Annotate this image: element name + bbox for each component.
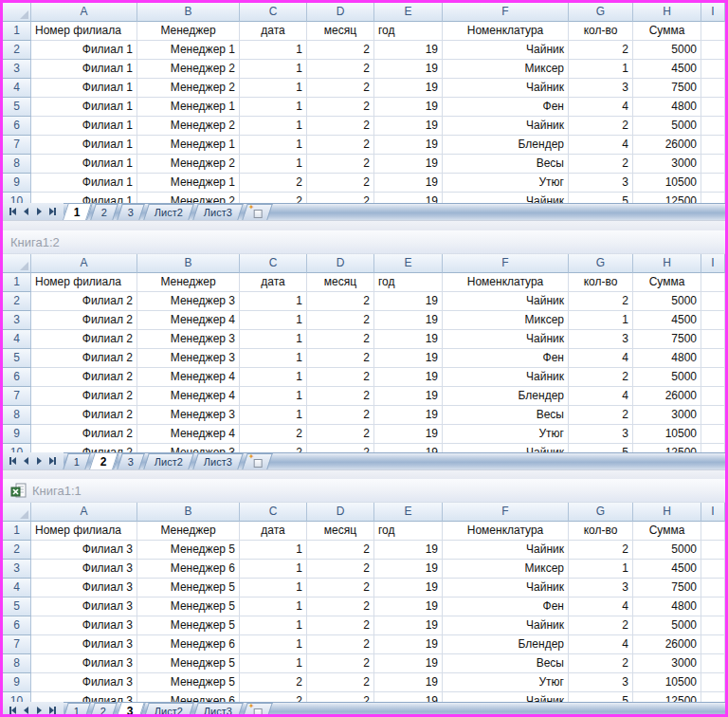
cell[interactable]: Менеджер 4	[137, 387, 240, 406]
cell[interactable]: Филиал 3	[31, 635, 137, 654]
tab-scroll-last-button[interactable]	[46, 205, 59, 218]
cell[interactable]: 2	[307, 598, 374, 616]
column-header-G[interactable]: G	[569, 503, 633, 522]
cell[interactable]: 3	[569, 330, 633, 349]
cell[interactable]: 2	[569, 616, 633, 635]
cell[interactable]: Менеджер 2	[137, 117, 240, 136]
cell[interactable]: Филиал 2	[31, 311, 137, 330]
cell-field-caption[interactable]: дата	[240, 273, 307, 292]
select-all-button[interactable]	[3, 3, 31, 22]
cell[interactable]: 5000	[633, 117, 701, 136]
cell[interactable]: 3000	[633, 406, 701, 425]
column-header-H[interactable]: H	[633, 503, 701, 522]
cell[interactable]: 1	[240, 368, 307, 387]
row-header-10[interactable]: 10	[3, 444, 31, 452]
cell[interactable]: 19	[374, 98, 443, 117]
cell[interactable]: 12500	[633, 692, 701, 702]
cell-empty[interactable]	[701, 406, 725, 425]
row-header-5[interactable]: 5	[3, 98, 31, 117]
cell[interactable]: 4800	[633, 349, 701, 368]
cell[interactable]: 2	[240, 193, 307, 203]
cell[interactable]: 5	[569, 692, 633, 702]
cell[interactable]: 2	[240, 174, 307, 193]
cell[interactable]: Менеджер 6	[137, 635, 240, 654]
cell-empty[interactable]	[701, 311, 725, 330]
cell-field-caption[interactable]: год	[374, 522, 443, 541]
cell-empty[interactable]	[701, 654, 725, 673]
cell-field-caption[interactable]: дата	[240, 522, 307, 541]
cell[interactable]: 2	[307, 79, 374, 98]
cell-empty[interactable]	[701, 560, 725, 579]
cell[interactable]: 1	[240, 635, 307, 654]
cell[interactable]: 2	[307, 560, 374, 579]
row-header-8[interactable]: 8	[3, 406, 31, 425]
cell[interactable]: 2	[240, 692, 307, 702]
tab-scroll-first-button[interactable]	[6, 704, 19, 714]
column-header-G[interactable]: G	[569, 254, 633, 273]
cell[interactable]: Чайник	[443, 444, 569, 452]
row-header-2[interactable]: 2	[3, 41, 31, 60]
cell[interactable]: Менеджер 5	[137, 673, 240, 692]
cell[interactable]: Менеджер 2	[137, 79, 240, 98]
cell-field-caption[interactable]: Номенклатура	[443, 522, 569, 541]
row-header-9[interactable]: 9	[3, 673, 31, 692]
cell-empty[interactable]	[701, 673, 725, 692]
cell[interactable]: 19	[374, 635, 443, 654]
sheet-tab-Лист2[interactable]: Лист2	[143, 703, 194, 714]
cell[interactable]: 1	[240, 79, 307, 98]
cell[interactable]: 2	[307, 616, 374, 635]
column-header-E[interactable]: E	[374, 254, 443, 273]
tab-scroll-prev-button[interactable]	[19, 205, 32, 218]
cell[interactable]: 19	[374, 406, 443, 425]
select-all-button[interactable]	[3, 254, 31, 273]
cell[interactable]: Утюг	[443, 425, 569, 444]
cell[interactable]: 4	[569, 136, 633, 155]
row-header-10[interactable]: 10	[3, 193, 31, 203]
cell-empty[interactable]	[701, 273, 725, 292]
cell[interactable]: 19	[374, 425, 443, 444]
cell[interactable]: 5000	[633, 41, 701, 60]
cell[interactable]: Филиал 2	[31, 444, 137, 452]
sheet-tab-Лист2[interactable]: Лист2	[143, 204, 194, 220]
cell[interactable]: 2	[307, 579, 374, 598]
cell[interactable]: Чайник	[443, 41, 569, 60]
cell[interactable]: 4500	[633, 311, 701, 330]
cell[interactable]: 1	[240, 330, 307, 349]
cell-empty[interactable]	[701, 692, 725, 702]
cell[interactable]: 19	[374, 117, 443, 136]
cell[interactable]: 4	[569, 98, 633, 117]
row-header-7[interactable]: 7	[3, 635, 31, 654]
cell-empty[interactable]	[701, 541, 725, 560]
cell[interactable]: 1	[240, 292, 307, 311]
cell[interactable]: 2	[240, 673, 307, 692]
cell[interactable]: Менеджер 2	[137, 193, 240, 203]
cell[interactable]: Менеджер 1	[137, 136, 240, 155]
cell-empty[interactable]	[701, 174, 725, 193]
cell[interactable]: Филиал 3	[31, 654, 137, 673]
cell-field-caption[interactable]: месяц	[307, 22, 374, 41]
cell[interactable]: 1	[569, 560, 633, 579]
cell[interactable]: 2	[307, 654, 374, 673]
cell[interactable]: Весы	[443, 406, 569, 425]
cell-field-caption[interactable]: Сумма	[633, 22, 701, 41]
cell[interactable]: 2	[569, 368, 633, 387]
sheet-tab-Лист2[interactable]: Лист2	[143, 453, 194, 469]
cell[interactable]: Филиал 1	[31, 60, 137, 79]
cell[interactable]: 2	[307, 673, 374, 692]
cell[interactable]: 3	[569, 425, 633, 444]
column-header-C[interactable]: C	[240, 254, 307, 273]
cell-field-caption[interactable]: Номенклатура	[443, 273, 569, 292]
cell[interactable]: 3	[569, 673, 633, 692]
sheet-tab-2[interactable]: 2	[89, 703, 118, 714]
tab-scroll-first-button[interactable]	[6, 454, 19, 468]
cell[interactable]: 1	[240, 136, 307, 155]
cell-field-caption[interactable]: месяц	[307, 522, 374, 541]
cell-empty[interactable]	[701, 387, 725, 406]
cell[interactable]: Филиал 1	[31, 117, 137, 136]
cell-field-caption[interactable]: Номер филиала	[31, 522, 137, 541]
sheet-tab-Лист3[interactable]: Лист3	[192, 453, 244, 469]
cell-empty[interactable]	[701, 522, 725, 541]
cell[interactable]: 2	[307, 444, 374, 452]
cell[interactable]: Филиал 3	[31, 692, 137, 702]
cell[interactable]: 5000	[633, 292, 701, 311]
